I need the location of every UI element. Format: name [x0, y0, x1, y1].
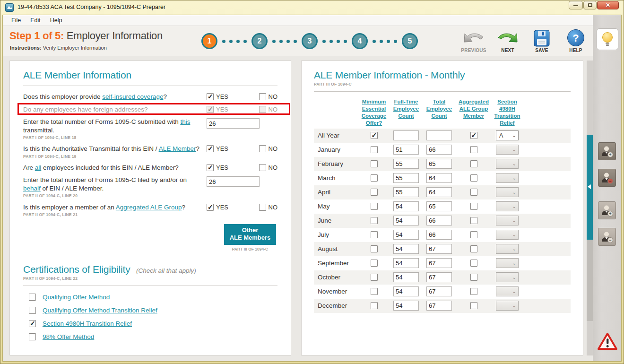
- wizard-step-5[interactable]: 5: [402, 33, 418, 49]
- add-employee-button[interactable]: +: [598, 142, 616, 160]
- total-count-input[interactable]: [426, 258, 452, 268]
- inline-help-link[interactable]: behalf: [23, 185, 41, 192]
- full-time-count-input[interactable]: [393, 230, 419, 240]
- mec-offer-checkbox[interactable]: [371, 288, 378, 295]
- aggregated-group-checkbox[interactable]: [470, 260, 477, 267]
- full-time-count-input[interactable]: [393, 286, 419, 296]
- full-time-count-input[interactable]: [393, 130, 419, 140]
- no-checkbox[interactable]: [259, 164, 266, 171]
- inline-help-link[interactable]: ALE Member: [159, 145, 196, 152]
- full-time-count-input[interactable]: [393, 258, 419, 268]
- menu-item-edit[interactable]: Edit: [26, 16, 45, 25]
- mec-offer-checkbox[interactable]: [371, 217, 378, 224]
- mec-offer-checkbox[interactable]: [371, 245, 378, 252]
- next-button[interactable]: NEXT: [494, 28, 521, 53]
- column-header-link[interactable]: Section 4980H Transition Relief: [493, 98, 522, 127]
- aggregated-group-checkbox[interactable]: [470, 174, 477, 182]
- total-count-input[interactable]: [426, 145, 452, 155]
- total-count-input[interactable]: [426, 272, 452, 282]
- total-count-input[interactable]: [426, 187, 452, 197]
- menu-item-help[interactable]: Help: [45, 16, 67, 25]
- yes-checkbox[interactable]: [207, 145, 214, 152]
- mec-offer-checkbox[interactable]: [371, 302, 378, 309]
- remove-employee-button[interactable]: −: [598, 169, 616, 187]
- mec-offer-checkbox[interactable]: [371, 132, 378, 139]
- help-button[interactable]: ? HELP: [563, 28, 589, 53]
- wizard-step-4[interactable]: 4: [352, 33, 368, 49]
- certification-link[interactable]: Section 4980H Transition Relief: [43, 320, 132, 327]
- certification-checkbox[interactable]: [29, 294, 36, 301]
- full-time-count-input[interactable]: [393, 201, 419, 211]
- inline-help-link[interactable]: all: [35, 164, 42, 171]
- full-time-count-input[interactable]: [393, 173, 419, 183]
- transition-relief-select[interactable]: A⌄: [496, 130, 519, 140]
- total-count-input[interactable]: [426, 201, 452, 211]
- form-count-input[interactable]: [207, 118, 260, 129]
- full-time-count-input[interactable]: [393, 244, 419, 254]
- aggregated-group-checkbox[interactable]: [470, 146, 477, 153]
- mec-offer-checkbox[interactable]: [371, 231, 378, 238]
- full-time-count-input[interactable]: [393, 216, 419, 225]
- close-button[interactable]: ✕: [597, 1, 619, 9]
- mec-offer-checkbox[interactable]: [371, 146, 378, 153]
- yes-checkbox[interactable]: [207, 164, 214, 171]
- aggregated-group-checkbox[interactable]: [470, 274, 477, 281]
- add-employee-button-secondary[interactable]: +: [598, 201, 616, 219]
- mec-offer-checkbox[interactable]: [371, 260, 378, 267]
- mec-offer-checkbox[interactable]: [371, 174, 378, 182]
- hint-lightbulb-button[interactable]: [597, 28, 618, 50]
- validation-warning-button[interactable]: [597, 331, 618, 352]
- wizard-step-1[interactable]: 1: [201, 33, 217, 49]
- column-header-link[interactable]: Minimum Essential Coverage Offer?: [359, 98, 389, 127]
- form-count-input[interactable]: [207, 176, 260, 187]
- total-count-input[interactable]: [426, 173, 452, 183]
- total-count-input[interactable]: [426, 286, 452, 296]
- inline-help-link[interactable]: this: [180, 118, 190, 125]
- aggregated-group-checkbox[interactable]: [470, 160, 477, 167]
- inline-help-link[interactable]: self-insured coverage: [102, 93, 163, 100]
- total-count-input[interactable]: [426, 130, 452, 140]
- certification-checkbox[interactable]: [29, 333, 36, 340]
- panel-expander-handle[interactable]: [587, 135, 593, 240]
- wizard-step-2[interactable]: 2: [251, 33, 268, 49]
- total-count-input[interactable]: [426, 301, 452, 311]
- full-time-count-input[interactable]: [393, 301, 419, 311]
- aggregated-group-checkbox[interactable]: [470, 132, 477, 139]
- aggregated-group-checkbox[interactable]: [470, 302, 477, 309]
- column-header-link[interactable]: Total Employee Count: [424, 98, 455, 120]
- other-ale-members-button[interactable]: Other ALE Members: [224, 224, 276, 245]
- inline-help-link[interactable]: Aggregated ALE Group: [116, 204, 182, 211]
- maximize-button[interactable]: [583, 1, 597, 9]
- mec-offer-checkbox[interactable]: [371, 274, 378, 281]
- full-time-count-input[interactable]: [393, 145, 419, 155]
- certification-link[interactable]: Qualifying Offer Method Transition Relie…: [43, 307, 157, 314]
- mec-offer-checkbox[interactable]: [371, 160, 378, 167]
- aggregated-group-checkbox[interactable]: [470, 245, 477, 252]
- no-checkbox[interactable]: [259, 145, 266, 152]
- certification-link[interactable]: 98% Offer Method: [43, 333, 94, 340]
- aggregated-group-checkbox[interactable]: [470, 217, 477, 224]
- yes-checkbox[interactable]: [207, 93, 214, 100]
- aggregated-group-checkbox[interactable]: [470, 231, 477, 238]
- mec-offer-checkbox[interactable]: [371, 189, 378, 196]
- minimize-button[interactable]: [569, 1, 583, 9]
- full-time-count-input[interactable]: [393, 159, 419, 169]
- previous-button[interactable]: PREVIOUS: [460, 28, 487, 53]
- no-checkbox[interactable]: [259, 204, 266, 211]
- certification-checkbox[interactable]: [29, 307, 36, 314]
- aggregated-group-checkbox[interactable]: [470, 288, 477, 295]
- certification-checkbox[interactable]: [29, 320, 36, 327]
- full-time-count-input[interactable]: [393, 187, 419, 197]
- remove-employee-button-secondary[interactable]: −: [598, 228, 616, 246]
- menu-item-file[interactable]: File: [7, 16, 26, 25]
- wizard-step-3[interactable]: 3: [302, 33, 318, 49]
- total-count-input[interactable]: [426, 230, 452, 240]
- no-checkbox[interactable]: [259, 93, 266, 100]
- mec-offer-checkbox[interactable]: [371, 203, 378, 210]
- column-header-link[interactable]: Aggregated ALE Group Member: [455, 98, 493, 120]
- yes-checkbox[interactable]: [207, 204, 214, 211]
- certification-link[interactable]: Qualifying Offer Method: [43, 294, 110, 301]
- total-count-input[interactable]: [426, 159, 452, 169]
- column-header-link[interactable]: Full-Time Employee Count: [389, 98, 424, 120]
- aggregated-group-checkbox[interactable]: [470, 203, 477, 210]
